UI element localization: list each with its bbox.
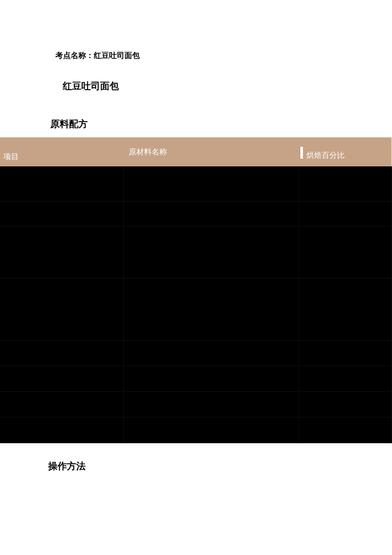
table-row: [0, 226, 392, 278]
table-header-item: 项目: [0, 137, 124, 166]
page-title: 红豆吐司面包: [63, 80, 119, 93]
divider-bar: [300, 147, 303, 159]
table-row: [0, 392, 392, 417]
table-row: [0, 366, 392, 392]
table-row: [0, 166, 392, 201]
topic-label: 考点名称：红豆吐司面包: [55, 50, 140, 61]
ingredients-table: 项目 原材料名称 烘焙百分比: [0, 137, 392, 443]
section-heading-method: 操作方法: [48, 460, 86, 473]
table-header-label: 烘焙百分比: [306, 143, 345, 160]
table-row: [0, 278, 392, 340]
table-header-label: 原材料名称: [129, 148, 167, 156]
section-heading-ingredients: 原料配方: [50, 118, 88, 131]
table-header-label: 项目: [3, 142, 19, 162]
table-header-material: 原材料名称: [124, 137, 299, 166]
table-row: [0, 417, 392, 443]
table-header-row: 项目 原材料名称 烘焙百分比: [0, 137, 392, 166]
table-row: [0, 201, 392, 226]
table-header-percent: 烘焙百分比: [299, 137, 392, 166]
table-row: [0, 340, 392, 366]
